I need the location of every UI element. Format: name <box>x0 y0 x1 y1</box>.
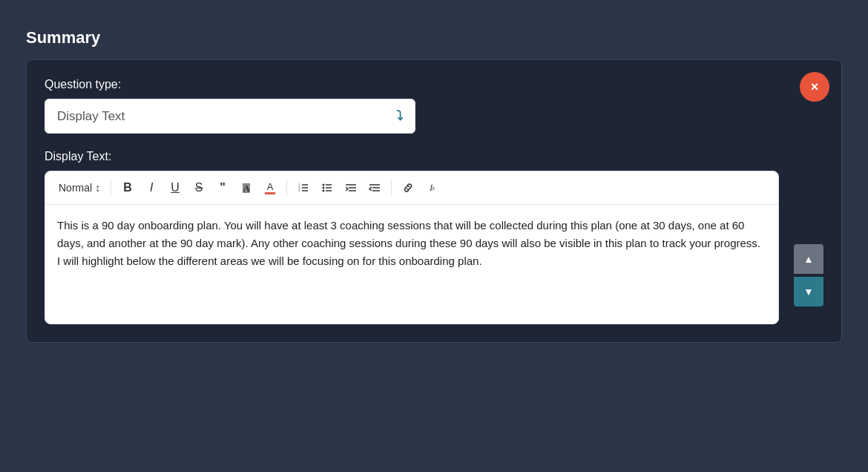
paragraph-chevron-icon: ↕ <box>95 182 100 194</box>
chevron-down-icon: ⤵ <box>396 108 403 124</box>
strikethrough-button[interactable]: S <box>188 177 209 198</box>
highlight-button[interactable]: A <box>236 177 257 198</box>
blockquote-button[interactable]: " <box>212 177 233 198</box>
svg-point-7 <box>323 187 325 189</box>
toolbar-divider-3 <box>391 180 392 196</box>
toolbar-divider-1 <box>111 180 111 196</box>
scroll-up-button[interactable]: ▲ <box>794 244 823 274</box>
close-button[interactable]: × <box>800 72 829 102</box>
question-card: × Question type: Display Text ⤵ Display … <box>26 59 842 343</box>
indent-decrease-button[interactable] <box>364 177 385 198</box>
indent-increase-button[interactable] <box>341 177 361 198</box>
toolbar-divider-2 <box>286 180 287 196</box>
link-button[interactable] <box>398 177 418 198</box>
svg-text:3.: 3. <box>298 189 300 192</box>
paragraph-style-select[interactable]: Normal ↕ <box>54 179 105 197</box>
bold-button[interactable]: B <box>117 177 138 198</box>
scroll-controls: ▲ ▼ <box>794 244 823 307</box>
editor-row: Normal ↕ B I U S " A <box>45 171 823 324</box>
editor-content-area[interactable]: This is a 90 day onboarding plan. You wi… <box>45 205 778 324</box>
clear-format-button[interactable]: Ix <box>421 177 442 198</box>
question-type-label: Question type: <box>45 78 823 91</box>
scroll-down-button[interactable]: ▼ <box>794 277 823 307</box>
underline-button[interactable]: U <box>165 177 185 198</box>
text-color-button[interactable]: A <box>260 177 280 198</box>
paragraph-style-label: Normal <box>59 182 92 194</box>
editor-toolbar: Normal ↕ B I U S " A <box>45 171 778 205</box>
page-container: Summary × Question type: Display Text ⤵ … <box>11 13 857 459</box>
dropdown-selected-value: Display Text <box>57 109 125 124</box>
ordered-list-button[interactable]: 1. 2. 3. <box>293 177 314 198</box>
page-title: Summary <box>26 28 842 47</box>
unordered-list-button[interactable] <box>317 177 338 198</box>
italic-button[interactable]: I <box>141 177 162 198</box>
display-text-label: Display Text: <box>45 150 823 163</box>
question-type-dropdown[interactable]: Display Text ⤵ <box>45 99 415 134</box>
editor-text: This is a 90 day onboarding plan. You wi… <box>57 217 766 270</box>
rich-text-editor: Normal ↕ B I U S " A <box>45 171 779 324</box>
svg-point-8 <box>323 190 325 192</box>
svg-point-6 <box>323 184 325 186</box>
